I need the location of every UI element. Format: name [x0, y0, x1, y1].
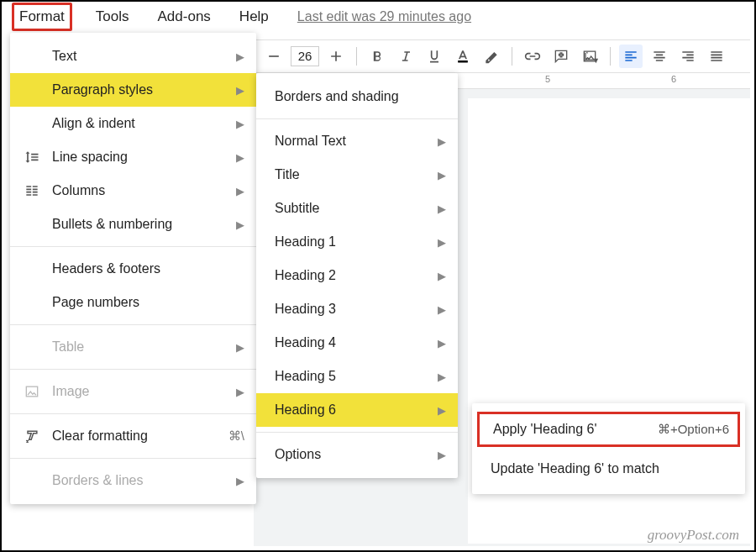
format-menu: Text▶ Paragraph styles▶ Align & indent▶ … [10, 33, 256, 504]
menu-addons[interactable]: Add-ons [153, 5, 216, 29]
menu-item-subtitle[interactable]: Subtitle▶ [256, 192, 458, 225]
font-size-decrease[interactable] [262, 45, 286, 68]
menu-item-label: Apply 'Heading 6' [493, 422, 597, 437]
toolbar: 26 ▼ [254, 39, 750, 73]
menu-item-label: Subtitle [275, 201, 319, 216]
menu-item-title[interactable]: Title▶ [256, 158, 458, 192]
menu-format[interactable]: Format [12, 3, 72, 31]
image-icon [22, 381, 42, 402]
line-spacing-icon [22, 147, 42, 167]
menu-item-label: Clear formatting [52, 428, 148, 444]
text-color-button[interactable] [451, 45, 475, 68]
menu-separator [10, 458, 256, 459]
menu-item-borders-lines: Borders & lines▶ [10, 464, 256, 497]
font-size-input[interactable]: 26 [291, 46, 319, 66]
chevron-right-icon: ▶ [236, 151, 244, 164]
align-justify-button[interactable] [705, 45, 728, 68]
menu-item-normal-text[interactable]: Normal Text▶ [256, 124, 458, 158]
menu-item-bullets-numbering[interactable]: Bullets & numbering▶ [10, 208, 256, 241]
chevron-right-icon: ▶ [438, 449, 446, 461]
menu-separator [10, 413, 256, 414]
chevron-right-icon: ▶ [438, 236, 446, 249]
menu-item-label: Heading 4 [275, 335, 336, 350]
menu-item-label: Heading 2 [275, 268, 336, 283]
insert-link-button[interactable] [521, 45, 544, 68]
chevron-right-icon: ▶ [236, 84, 244, 97]
menu-item-clear-formatting[interactable]: Clear formatting⌘\ [10, 419, 256, 453]
font-size-increase[interactable] [324, 45, 348, 68]
toolbar-separator [610, 47, 611, 66]
chevron-right-icon: ▶ [236, 218, 244, 231]
chevron-right-icon: ▶ [438, 135, 446, 148]
menu-item-label: Paragraph styles [52, 82, 153, 97]
menu-item-label: Table [52, 339, 84, 355]
chevron-right-icon: ▶ [236, 50, 244, 63]
menu-item-page-numbers[interactable]: Page numbers [10, 286, 256, 319]
chevron-right-icon: ▶ [438, 169, 446, 181]
align-right-button[interactable] [676, 45, 700, 68]
toolbar-separator [512, 47, 512, 66]
menu-item-label: Page numbers [52, 295, 139, 310]
menu-item-label: Heading 1 [275, 234, 336, 250]
heading-6-menu: Apply 'Heading 6'⌘+Option+6 Update 'Head… [472, 403, 745, 494]
chevron-right-icon: ▶ [236, 341, 244, 354]
menu-item-label: Normal Text [275, 134, 346, 149]
menu-item-label: Heading 6 [275, 402, 336, 418]
chevron-right-icon: ▶ [236, 386, 244, 398]
insert-image-button[interactable]: ▼ [578, 45, 601, 68]
menu-item-heading-2[interactable]: Heading 2▶ [256, 259, 458, 292]
menu-help[interactable]: Help [234, 5, 274, 29]
menu-item-options[interactable]: Options▶ [256, 438, 458, 471]
menu-separator [256, 432, 458, 433]
menu-item-align-indent[interactable]: Align & indent▶ [10, 107, 256, 140]
shortcut-label: ⌘\ [228, 428, 244, 444]
align-left-button[interactable] [619, 45, 643, 68]
menu-item-line-spacing[interactable]: Line spacing▶ [10, 140, 256, 174]
menu-item-label: Borders & lines [52, 473, 144, 488]
italic-button[interactable] [394, 45, 417, 68]
ruler-label: 5 [545, 74, 550, 84]
menu-item-apply-heading-6[interactable]: Apply 'Heading 6'⌘+Option+6 [477, 412, 740, 447]
menu-separator [256, 118, 458, 119]
menu-item-label: Options [275, 447, 321, 462]
menu-item-paragraph-styles[interactable]: Paragraph styles▶ [10, 73, 256, 107]
bold-button[interactable] [365, 45, 389, 68]
toolbar-separator [356, 47, 357, 66]
menu-item-heading-3[interactable]: Heading 3▶ [256, 292, 458, 326]
menu-item-label: Update 'Heading 6' to match [491, 461, 659, 476]
menu-item-heading-6[interactable]: Heading 6▶ [256, 393, 458, 427]
menu-item-headers-footers[interactable]: Headers & footers [10, 252, 256, 286]
menubar: Format Tools Add-ons Help Last edit was … [2, 2, 754, 32]
menu-item-label: Image [52, 384, 89, 399]
menu-item-heading-1[interactable]: Heading 1▶ [256, 225, 458, 259]
chevron-right-icon: ▶ [236, 185, 244, 197]
menu-separator [10, 324, 256, 325]
menu-item-update-heading-6[interactable]: Update 'Heading 6' to match [472, 450, 745, 487]
paragraph-styles-menu: Borders and shading Normal Text▶ Title▶ … [256, 73, 458, 478]
add-comment-button[interactable] [549, 45, 573, 68]
align-center-button[interactable] [648, 45, 671, 68]
svg-rect-0 [458, 60, 468, 63]
chevron-right-icon: ▶ [236, 475, 244, 487]
chevron-right-icon: ▶ [438, 202, 446, 215]
chevron-right-icon: ▶ [438, 270, 446, 282]
menu-item-text[interactable]: Text▶ [10, 39, 256, 73]
menu-item-heading-5[interactable]: Heading 5▶ [256, 360, 458, 393]
menu-item-columns[interactable]: Columns▶ [10, 174, 256, 208]
chevron-right-icon: ▶ [236, 118, 244, 130]
menu-item-label: Bullets & numbering [52, 217, 172, 232]
highlight-color-button[interactable] [480, 45, 503, 68]
menu-item-label: Borders and shading [275, 89, 399, 104]
clear-formatting-icon [22, 426, 42, 446]
menu-tools[interactable]: Tools [91, 5, 134, 29]
underline-button[interactable] [423, 45, 446, 68]
menu-item-heading-4[interactable]: Heading 4▶ [256, 326, 458, 360]
chevron-right-icon: ▶ [438, 371, 446, 383]
menu-item-label: Heading 5 [275, 369, 336, 384]
ruler-label: 6 [671, 74, 676, 84]
menu-item-borders-shading[interactable]: Borders and shading [256, 80, 458, 113]
last-edit-link[interactable]: Last edit was 29 minutes ago [297, 9, 471, 24]
chevron-right-icon: ▶ [438, 303, 446, 316]
menu-item-table: Table▶ [10, 330, 256, 364]
menu-item-label: Headers & footers [52, 261, 160, 276]
